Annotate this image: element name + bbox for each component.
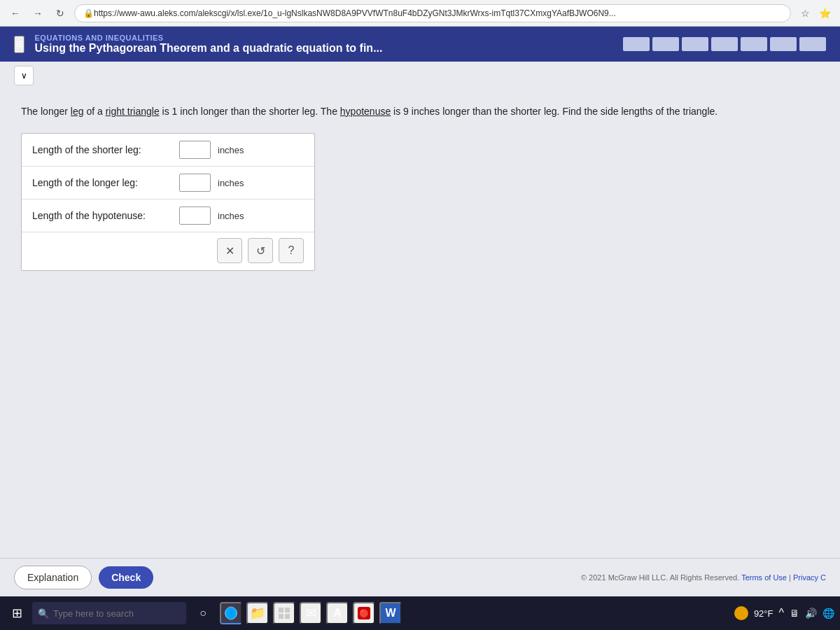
bottom-bar: Explanation Check © 2021 McGraw Hill LLC… — [0, 558, 840, 596]
search-icon: 🔍 — [38, 608, 49, 619]
taskbar-search-input[interactable] — [32, 602, 186, 624]
answer-row-longer-leg: Length of the longer leg: inches — [22, 167, 314, 200]
svg-point-0 — [225, 607, 237, 620]
star-icon[interactable]: ⭐ — [816, 5, 833, 22]
leg-link[interactable]: leg — [71, 106, 84, 117]
bookmark-icon[interactable]: ☆ — [797, 5, 813, 22]
clear-button[interactable]: ✕ — [217, 238, 242, 263]
taskbar-app-files[interactable]: 📁 — [246, 602, 269, 624]
right-triangle-link[interactable]: right triangle — [106, 106, 160, 117]
table-actions: ✕ ↺ ? — [160, 232, 314, 270]
answer-row-hypotenuse: Length of the hypotenuse: inches — [22, 200, 314, 232]
task-view-button[interactable]: ○ — [190, 601, 216, 626]
taskbar-app-word[interactable]: W — [379, 602, 402, 624]
explanation-button[interactable]: Explanation — [14, 566, 92, 589]
windows-icon: ⊞ — [12, 606, 22, 621]
progress-boxes — [623, 37, 826, 51]
hypotenuse-unit: inches — [218, 211, 244, 221]
chevron-down-button[interactable]: ∨ — [14, 66, 34, 85]
progress-box-1 — [623, 37, 650, 51]
help-button[interactable]: ? — [279, 238, 304, 263]
progress-box-2 — [652, 37, 679, 51]
content-area: The longer leg of a right triangle is 1 … — [0, 90, 840, 558]
shorter-leg-unit: inches — [218, 145, 244, 155]
svg-rect-1 — [279, 608, 284, 612]
problem-text-part4: is 9 inches longer than the shorter leg.… — [391, 106, 718, 117]
progress-box-5 — [741, 37, 767, 51]
longer-leg-input[interactable] — [179, 174, 211, 192]
shorter-leg-label: Length of the shorter leg: — [32, 144, 172, 155]
taskbar-network-icon[interactable]: 🌐 — [822, 608, 834, 619]
progress-box-6 — [770, 37, 797, 51]
header-subtitle: EQUATIONS AND INEQUALITIES — [35, 34, 612, 42]
hamburger-menu[interactable]: ≡ — [14, 36, 24, 53]
hypotenuse-link[interactable]: hypotenuse — [340, 106, 391, 117]
svg-rect-4 — [285, 614, 290, 619]
taskbar-app-record[interactable]: 🔴 — [353, 602, 375, 624]
taskbar-weather-icon — [734, 606, 748, 620]
svg-rect-2 — [285, 608, 290, 612]
taskbar-right: 92°F ^ 🖥 🔊 🌐 — [734, 606, 834, 620]
answer-table: Length of the shorter leg: inches Length… — [21, 133, 315, 271]
undo-button[interactable]: ↺ — [248, 238, 273, 263]
check-button[interactable]: Check — [99, 566, 153, 589]
privacy-link[interactable]: Privacy C — [793, 573, 826, 582]
header-text-group: EQUATIONS AND INEQUALITIES Using the Pyt… — [35, 34, 612, 55]
lock-icon: 🔒 — [83, 8, 94, 18]
refresh-button[interactable]: ↻ — [52, 5, 69, 22]
taskbar-notification-icon[interactable]: 🖥 — [790, 608, 799, 619]
hypotenuse-label: Length of the hypotenuse: — [32, 210, 172, 221]
answer-row-shorter-leg: Length of the shorter leg: inches — [22, 134, 314, 167]
taskbar-app-grid[interactable] — [273, 602, 295, 624]
taskbar-app-email[interactable]: ✉ — [300, 602, 322, 624]
problem-text-part1: The longer — [21, 106, 71, 117]
taskbar-volume-icon[interactable]: 🔊 — [805, 608, 817, 619]
longer-leg-label: Length of the longer leg: — [32, 177, 172, 188]
address-bar[interactable]: 🔒 https://www-awu.aleks.com/alekscgi/x/l… — [74, 4, 791, 22]
taskbar-app-browser[interactable] — [220, 602, 242, 624]
forward-button[interactable]: → — [29, 5, 46, 22]
hypotenuse-input[interactable] — [179, 206, 211, 225]
longer-leg-unit: inches — [218, 178, 244, 188]
progress-box-3 — [682, 37, 708, 51]
terms-link[interactable]: Terms of Use — [741, 573, 787, 582]
taskbar-app-autodesk[interactable]: A — [326, 602, 349, 624]
chevron-row: ∨ — [0, 62, 840, 90]
back-button[interactable]: ← — [7, 5, 24, 22]
progress-box-4 — [711, 37, 738, 51]
progress-box-7 — [799, 37, 826, 51]
copyright-text: © 2021 McGraw Hill LLC. All Rights Reser… — [581, 573, 739, 582]
taskbar-temperature: 92°F — [754, 608, 774, 619]
taskbar-chevron-up[interactable]: ^ — [778, 607, 784, 620]
url-text: https://www-awu.aleks.com/alekscgi/x/lsl… — [94, 8, 616, 18]
taskbar-search-wrapper: 🔍 — [32, 602, 186, 624]
browser-actions: ☆ ⭐ — [797, 5, 833, 22]
shorter-leg-input[interactable] — [179, 141, 211, 159]
taskbar: ⊞ 🔍 ○ 📁 ✉ A 🔴 W 92°F ^ 🖥 🔊 🌐 — [0, 596, 840, 630]
problem-text-part3: is 1 inch longer than the shorter leg. T… — [160, 106, 340, 117]
main-area: ≡ EQUATIONS AND INEQUALITIES Using the P… — [0, 27, 840, 596]
app-header: ≡ EQUATIONS AND INEQUALITIES Using the P… — [0, 27, 840, 62]
problem-text-part2: of a — [84, 106, 106, 117]
svg-rect-3 — [279, 614, 284, 619]
copyright-area: © 2021 McGraw Hill LLC. All Rights Reser… — [581, 573, 826, 582]
problem-text: The longer leg of a right triangle is 1 … — [21, 104, 819, 119]
header-title: Using the Pythagorean Theorem and a quad… — [35, 42, 612, 55]
browser-chrome: ← → ↻ 🔒 https://www-awu.aleks.com/aleksc… — [0, 0, 840, 27]
start-button[interactable]: ⊞ — [6, 602, 28, 624]
